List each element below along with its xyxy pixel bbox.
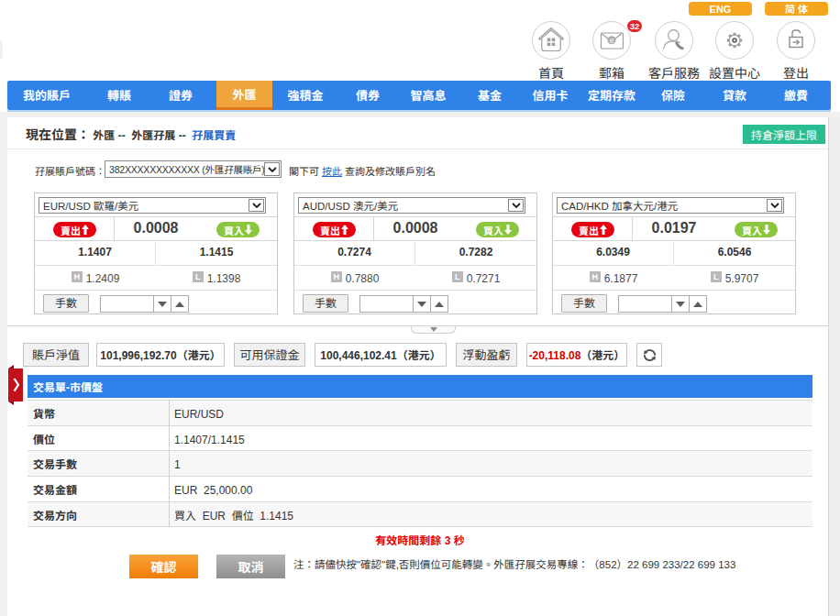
svg-text:e: e <box>610 36 614 45</box>
